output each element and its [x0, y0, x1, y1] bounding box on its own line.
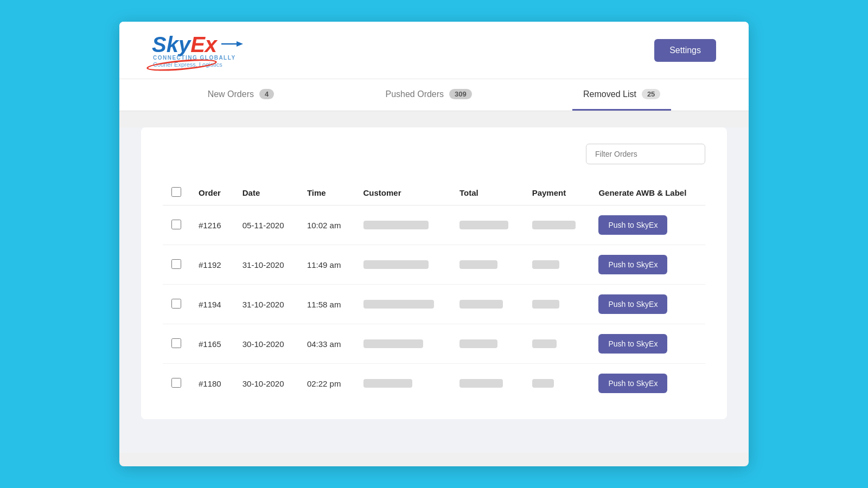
panel-toolbar	[163, 144, 705, 164]
row-customer	[355, 364, 451, 403]
row-push-button-cell: Push to SkyEx	[590, 324, 705, 364]
table-row: #1180 30-10-2020 02:22 pm Push to SkyEx	[163, 364, 705, 403]
row-payment	[524, 245, 590, 285]
logo-sky: Sky	[152, 33, 190, 57]
col-header-date: Date	[234, 181, 298, 206]
row-total	[451, 364, 524, 403]
row-push-button-cell: Push to SkyEx	[590, 245, 705, 285]
row-payment	[524, 324, 590, 364]
content-area: Order Date Time Customer Total Payment G…	[119, 127, 749, 453]
app-window: SkyEx CONNECTING GLOBALLY Courier Expres…	[119, 22, 749, 466]
tab-pushed-orders-label: Pushed Orders	[385, 89, 444, 99]
row-order: #1192	[190, 245, 234, 285]
tab-removed-list-badge: 25	[642, 89, 660, 99]
row-customer	[355, 324, 451, 364]
row-total	[451, 245, 524, 285]
row-push-button-cell: Push to SkyEx	[590, 364, 705, 403]
logo-text: SkyEx	[152, 33, 243, 57]
row-customer	[355, 285, 451, 324]
row-payment	[524, 285, 590, 324]
row-order: #1180	[190, 364, 234, 403]
row-payment	[524, 364, 590, 403]
logo-ex: Ex	[190, 33, 217, 57]
col-header-time: Time	[298, 181, 355, 206]
logo-wrapper: SkyEx CONNECTING GLOBALLY Courier Expres…	[152, 33, 243, 68]
col-header-checkbox	[163, 181, 190, 206]
table-row: #1192 31-10-2020 11:49 am Push to SkyEx	[163, 245, 705, 285]
tab-new-orders[interactable]: New Orders 4	[197, 79, 285, 111]
row-time: 11:49 am	[298, 245, 355, 285]
row-checkbox[interactable]	[171, 220, 181, 229]
orders-table: Order Date Time Customer Total Payment G…	[163, 181, 705, 403]
row-time: 04:33 am	[298, 324, 355, 364]
tab-removed-list[interactable]: Removed List 25	[572, 79, 671, 111]
row-total	[451, 206, 524, 245]
row-customer	[355, 206, 451, 245]
row-checkbox-cell	[163, 324, 190, 364]
row-customer	[355, 245, 451, 285]
push-to-skyex-button[interactable]: Push to SkyEx	[598, 374, 667, 393]
row-time: 02:22 pm	[298, 364, 355, 403]
row-time: 10:02 am	[298, 206, 355, 245]
row-date: 31-10-2020	[234, 285, 298, 324]
tabs-bar: New Orders 4 Pushed Orders 309 Removed L…	[119, 79, 749, 111]
row-order: #1216	[190, 206, 234, 245]
push-to-skyex-button[interactable]: Push to SkyEx	[598, 334, 667, 354]
tab-new-orders-badge: 4	[259, 89, 274, 99]
tab-new-orders-label: New Orders	[208, 89, 254, 99]
row-date: 05-11-2020	[234, 206, 298, 245]
col-header-awb: Generate AWB & Label	[590, 181, 705, 206]
table-row: #1194 31-10-2020 11:58 am Push to SkyEx	[163, 285, 705, 324]
table-row: #1165 30-10-2020 04:33 am Push to SkyEx	[163, 324, 705, 364]
row-push-button-cell: Push to SkyEx	[590, 285, 705, 324]
tab-removed-list-label: Removed List	[583, 89, 636, 99]
row-date: 31-10-2020	[234, 245, 298, 285]
row-date: 30-10-2020	[234, 324, 298, 364]
row-checkbox[interactable]	[171, 259, 181, 269]
tab-pushed-orders-badge: 309	[449, 89, 472, 99]
row-checkbox[interactable]	[171, 299, 181, 309]
row-order: #1194	[190, 285, 234, 324]
col-header-order: Order	[190, 181, 234, 206]
tab-pushed-orders[interactable]: Pushed Orders 309	[374, 79, 482, 111]
row-push-button-cell: Push to SkyEx	[590, 206, 705, 245]
orders-panel: Order Date Time Customer Total Payment G…	[141, 127, 727, 419]
col-header-customer: Customer	[355, 181, 451, 206]
filter-orders-input[interactable]	[586, 144, 705, 164]
row-checkbox-cell	[163, 245, 190, 285]
select-all-checkbox[interactable]	[171, 187, 181, 197]
row-total	[451, 285, 524, 324]
row-checkbox-cell	[163, 364, 190, 403]
push-to-skyex-button[interactable]: Push to SkyEx	[598, 294, 667, 314]
col-header-payment: Payment	[524, 181, 590, 206]
settings-button[interactable]: Settings	[654, 39, 716, 62]
header: SkyEx CONNECTING GLOBALLY Courier Expres…	[119, 22, 749, 79]
push-to-skyex-button[interactable]: Push to SkyEx	[598, 215, 667, 235]
push-to-skyex-button[interactable]: Push to SkyEx	[598, 255, 667, 274]
col-header-total: Total	[451, 181, 524, 206]
row-time: 11:58 am	[298, 285, 355, 324]
row-checkbox-cell	[163, 285, 190, 324]
row-payment	[524, 206, 590, 245]
table-row: #1216 05-11-2020 10:02 am Push to SkyEx	[163, 206, 705, 245]
row-date: 30-10-2020	[234, 364, 298, 403]
table-body: #1216 05-11-2020 10:02 am Push to SkyEx	[163, 206, 705, 403]
row-order: #1165	[190, 324, 234, 364]
row-checkbox[interactable]	[171, 338, 181, 348]
row-checkbox-cell	[163, 206, 190, 245]
svg-marker-1	[237, 41, 243, 47]
row-total	[451, 324, 524, 364]
row-checkbox[interactable]	[171, 378, 181, 388]
logo-arrow	[221, 40, 243, 50]
table-header: Order Date Time Customer Total Payment G…	[163, 181, 705, 206]
